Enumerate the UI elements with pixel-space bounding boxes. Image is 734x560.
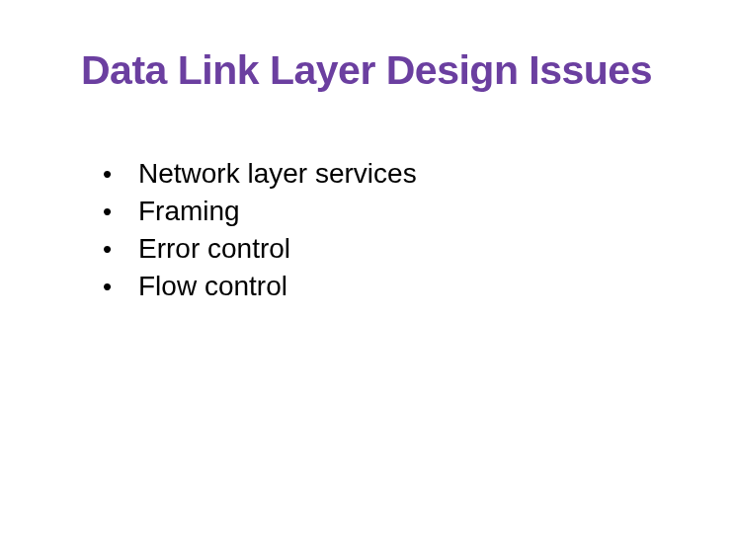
bullet-icon: • [103,272,138,302]
bullet-icon: • [103,234,138,265]
bullet-text: Flow control [138,271,287,302]
bullet-list: • Network layer services • Framing • Err… [103,158,417,308]
bullet-icon: • [103,197,138,227]
bullet-text: Framing [138,196,240,227]
list-item: • Framing [103,196,417,227]
list-item: • Error control [103,233,417,265]
slide-title: Data Link Layer Design Issues [81,47,652,94]
bullet-text: Error control [138,233,290,265]
bullet-icon: • [103,159,138,190]
list-item: • Network layer services [103,158,417,190]
list-item: • Flow control [103,271,417,302]
bullet-text: Network layer services [138,158,417,190]
